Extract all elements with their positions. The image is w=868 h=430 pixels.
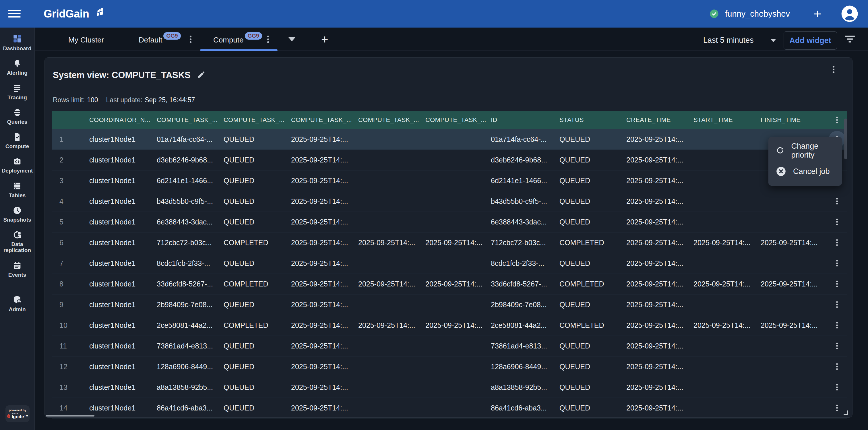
table-row[interactable]: 6 cluster1Node1 712cbc72-b03c... COMPLET… <box>52 233 847 253</box>
table-row[interactable]: 10 cluster1Node1 2ce58081-44a2... COMPLE… <box>52 315 847 336</box>
cell-status: QUEUED <box>559 404 626 412</box>
edit-title-button[interactable] <box>197 70 206 80</box>
cell-task-create: 2025-09-25T14:... <box>291 301 358 309</box>
table-row[interactable]: 4 cluster1Node1 b43d55b0-c9f5-... QUEUED… <box>52 191 847 212</box>
ignite-flame-icon <box>7 413 11 419</box>
calendar-icon <box>12 261 22 270</box>
row-menu-button[interactable] <box>829 193 845 210</box>
sidebar-item-deployment[interactable]: Deployment <box>0 157 34 174</box>
sidebar-item-queries[interactable]: Queries <box>0 108 34 125</box>
sidebar-item-admin[interactable]: Admin <box>0 295 34 312</box>
horizontal-scrollbar-thumb[interactable] <box>45 415 94 417</box>
vertical-scrollbar-thumb[interactable] <box>844 119 847 159</box>
row-menu-button[interactable] <box>829 358 845 375</box>
table-row[interactable]: 12 cluster1Node1 128a6906-8449... QUEUED… <box>52 357 847 377</box>
sidebar-item-data-replication[interactable]: Data replication <box>0 230 34 253</box>
sidebar-item-compute[interactable]: Compute <box>0 132 34 149</box>
row-menu-button[interactable] <box>829 338 845 354</box>
row-menu-button[interactable] <box>829 379 845 396</box>
row-menu-button[interactable] <box>829 234 845 251</box>
cell-task-id: 6d2141e1-1466... <box>157 177 224 185</box>
kebab-icon <box>833 342 841 350</box>
row-menu-button[interactable] <box>829 255 845 272</box>
widget-resize-handle[interactable] <box>844 410 848 415</box>
table-row[interactable]: 11 cluster1Node1 73861ad4-e813... QUEUED… <box>52 336 847 357</box>
cell-task-status: QUEUED <box>224 363 291 371</box>
row-menu-button[interactable] <box>829 276 845 292</box>
sidebar-item-dashboard[interactable]: Dashboard <box>0 34 34 51</box>
cell-create-time: 2025-09-25T14:... <box>626 239 693 247</box>
table-row[interactable]: 1 cluster1Node1 01a714fa-cc64-... QUEUED… <box>52 129 847 150</box>
cell-task-finish: 2025-09-25T14:... <box>425 280 491 288</box>
hamburger-icon <box>8 8 21 20</box>
time-range-select[interactable]: Last 5 minutes <box>698 31 779 50</box>
table-row[interactable]: 8 cluster1Node1 33d6cfd8-5267-... COMPLE… <box>52 274 847 295</box>
row-menu-button[interactable] <box>829 214 845 230</box>
context-menu-cancel-job[interactable]: Cancel job <box>768 161 842 182</box>
cell-coordinator: cluster1Node1 <box>89 239 157 247</box>
cell-create-time: 2025-09-25T14:... <box>626 321 693 330</box>
tab-compute[interactable]: Compute GG9 <box>213 36 262 44</box>
kebab-icon <box>833 259 841 268</box>
row-menu-button[interactable] <box>829 296 845 313</box>
tab-default-menu-button[interactable] <box>186 34 195 45</box>
powered-by-ignite-badge[interactable]: powered by apache Ignite™ <box>5 405 30 422</box>
row-number: 10 <box>52 321 89 330</box>
cell-task-status: QUEUED <box>224 156 291 164</box>
cell-task-start: 2025-09-25T14:... <box>358 239 425 247</box>
cell-finish-time: 2025-09-25T14:... <box>761 239 827 247</box>
rows-limit-value: 100 <box>87 96 98 104</box>
user-chip[interactable]: funny_chebyshev <box>710 9 790 19</box>
tab-default[interactable]: Default GG9 <box>138 36 181 44</box>
tab-list-chevron-down-icon[interactable] <box>288 37 296 41</box>
add-tab-button[interactable]: + <box>321 34 329 45</box>
sidebar-item-snapshots[interactable]: Snapshots <box>0 206 34 223</box>
cell-id: 6e388443-3dac... <box>491 218 559 226</box>
cell-status: QUEUED <box>559 177 626 185</box>
tab-my-cluster[interactable]: My Cluster <box>68 36 104 44</box>
cell-coordinator: cluster1Node1 <box>89 135 157 144</box>
cell-task-finish: 2025-09-25T14:... <box>425 239 491 247</box>
database-icon <box>12 108 22 117</box>
cell-task-status: QUEUED <box>224 342 291 350</box>
cell-task-id: 8cdc1fcb-2f33-... <box>157 259 224 268</box>
cell-coordinator: cluster1Node1 <box>89 342 157 350</box>
sidebar-divider <box>0 287 34 287</box>
add-widget-button[interactable]: Add widget <box>784 31 837 50</box>
cell-status: QUEUED <box>559 301 626 309</box>
cell-task-create: 2025-09-25T14:... <box>291 404 358 412</box>
cell-task-status: QUEUED <box>224 197 291 206</box>
table-row[interactable]: 5 cluster1Node1 6e388443-3dac... QUEUED … <box>52 212 847 233</box>
tracing-icon <box>12 84 22 93</box>
cell-task-create: 2025-09-25T14:... <box>291 383 358 392</box>
table-row[interactable]: 2 cluster1Node1 d3eb6246-9b68... QUEUED … <box>52 150 847 171</box>
cell-id: b43d55b0-c9f5-... <box>491 197 559 206</box>
kebab-icon <box>833 362 841 371</box>
context-menu-change-priority[interactable]: Change priority <box>768 141 842 161</box>
tab-compute-menu-button[interactable] <box>263 34 273 45</box>
filter-list-icon[interactable] <box>845 34 855 44</box>
table-row[interactable]: 13 cluster1Node1 a8a13858-92b5... QUEUED… <box>52 377 847 398</box>
sidebar-item-tracing[interactable]: Tracing <box>0 84 34 100</box>
clock-icon <box>12 206 22 215</box>
add-cluster-button[interactable]: + <box>804 0 831 28</box>
row-number: 6 <box>52 239 89 247</box>
gridgain-logo-text: GridGain <box>43 8 89 20</box>
sidebar-item-tables[interactable]: Tables <box>0 181 34 198</box>
account-menu-button[interactable] <box>831 5 868 23</box>
cell-id: d3eb6246-9b68... <box>491 156 559 164</box>
kebab-icon <box>833 238 841 247</box>
table-row[interactable]: 14 cluster1Node1 86a41cd6-aba3... QUEUED… <box>52 398 847 419</box>
menu-button[interactable] <box>0 8 29 20</box>
row-menu-button[interactable] <box>829 317 845 334</box>
sidebar-item-alerting[interactable]: Alerting <box>0 59 34 76</box>
table-row[interactable]: 3 cluster1Node1 6d2141e1-1466... QUEUED … <box>52 171 847 191</box>
row-menu-button[interactable] <box>829 400 845 416</box>
cell-task-create: 2025-09-25T14:... <box>291 342 358 350</box>
cluster-tab-bar: My Cluster Default GG9 Compute GG9 <box>35 28 868 51</box>
table-row[interactable]: 7 cluster1Node1 8cdc1fcb-2f33-... QUEUED… <box>52 253 847 274</box>
sidebar-item-events[interactable]: Events <box>0 261 34 278</box>
widget-menu-button[interactable] <box>829 65 838 75</box>
cell-task-status: QUEUED <box>224 259 291 268</box>
table-row[interactable]: 9 cluster1Node1 2b98409c-7e08... QUEUED … <box>52 295 847 315</box>
